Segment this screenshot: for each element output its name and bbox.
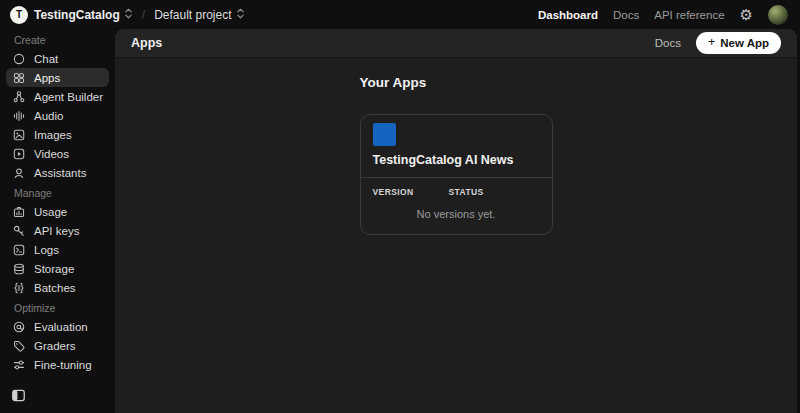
project-switcher[interactable]: Default project	[154, 6, 244, 24]
audio-icon	[12, 109, 26, 123]
assistants-icon	[12, 166, 26, 180]
sidebar-item-label: Agent Builder	[34, 91, 103, 103]
sidebar-item-label: Audio	[34, 110, 63, 122]
sidebar: CreateChatAppsAgent BuilderAudioImagesVi…	[0, 29, 115, 413]
images-icon	[12, 128, 26, 142]
topbar-right: DashboardDocsAPI reference ⚙	[538, 5, 788, 25]
topbar-left: T TestingCatalog / Default project	[10, 6, 245, 24]
sidebar-item-label: Evaluation	[34, 321, 88, 333]
app-card-top: TestingCatalog AI News	[361, 115, 552, 178]
header-actions: Docs + New App	[655, 32, 781, 54]
agent-builder-icon	[12, 90, 26, 104]
avatar[interactable]	[768, 5, 788, 25]
app-icon	[373, 123, 396, 146]
sidebar-item-label: Videos	[34, 148, 69, 160]
section-title: Your Apps	[360, 75, 553, 90]
sidebar-item-label: Images	[34, 129, 72, 141]
fine-tuning-icon	[12, 358, 26, 372]
empty-versions-message: No versions yet.	[361, 197, 552, 234]
usage-icon	[12, 205, 26, 219]
sidebar-item-label: Fine-tuning	[34, 359, 92, 371]
sidebar-item-evaluation[interactable]: Evaluation	[6, 317, 109, 336]
sidebar-item-label: Chat	[34, 53, 58, 65]
docs-link[interactable]: Docs	[655, 37, 681, 49]
plus-icon: +	[708, 36, 715, 49]
app-card-columns: VERSIONSTATUS	[361, 178, 552, 197]
app-card[interactable]: TestingCatalog AI News VERSIONSTATUS No …	[360, 114, 553, 235]
sidebar-item-assistants[interactable]: Assistants	[6, 163, 109, 182]
org-logo: T	[10, 6, 28, 24]
page-title: Apps	[131, 36, 162, 50]
breadcrumb-separator: /	[142, 8, 145, 22]
sidebar-item-agent-builder[interactable]: Agent Builder	[6, 87, 109, 106]
sidebar-item-label: Apps	[34, 72, 60, 84]
sidebar-section-optimize: Optimize	[0, 297, 115, 317]
evaluation-icon	[12, 320, 26, 334]
storage-icon	[12, 262, 26, 276]
api-keys-icon	[12, 224, 26, 238]
sidebar-item-label: Batches	[34, 282, 76, 294]
videos-icon	[12, 147, 26, 161]
sidebar-item-label: Graders	[34, 340, 76, 352]
project-name: Default project	[154, 8, 231, 22]
sidebar-item-apps[interactable]: Apps	[6, 68, 109, 87]
chat-icon	[12, 52, 26, 66]
org-switcher[interactable]: TestingCatalog	[34, 6, 133, 24]
app-card-title: TestingCatalog AI News	[373, 153, 540, 167]
sidebar-item-chat[interactable]: Chat	[6, 49, 109, 68]
chevron-up-down-icon	[236, 6, 245, 24]
chevron-up-down-icon	[124, 6, 133, 24]
column-header-version: VERSION	[373, 187, 449, 197]
sidebar-item-storage[interactable]: Storage	[6, 259, 109, 278]
sidebar-item-usage[interactable]: Usage	[6, 202, 109, 221]
nav-link-docs[interactable]: Docs	[613, 9, 639, 21]
topbar: T TestingCatalog / Default project Dashb…	[0, 0, 800, 29]
graders-icon	[12, 339, 26, 353]
column-header-status: STATUS	[449, 187, 484, 197]
sidebar-item-api-keys[interactable]: API keys	[6, 221, 109, 240]
topbar-nav: DashboardDocsAPI reference	[538, 9, 725, 21]
new-app-button[interactable]: + New App	[696, 32, 781, 54]
sidebar-item-graders[interactable]: Graders	[6, 336, 109, 355]
nav-link-api-reference[interactable]: API reference	[654, 9, 724, 21]
main-header: Apps Docs + New App	[115, 29, 797, 58]
sidebar-section-create: Create	[0, 29, 115, 49]
logs-icon	[12, 243, 26, 257]
batches-icon	[12, 281, 26, 295]
gear-icon[interactable]: ⚙	[740, 7, 753, 22]
sidebar-item-label: Usage	[34, 206, 67, 218]
org-name: TestingCatalog	[34, 8, 120, 22]
sidebar-item-batches[interactable]: Batches	[6, 278, 109, 297]
sidebar-item-audio[interactable]: Audio	[6, 106, 109, 125]
sidebar-item-label: Logs	[34, 244, 59, 256]
sidebar-item-label: API keys	[34, 225, 79, 237]
new-app-button-label: New App	[720, 37, 769, 49]
main-content: Your Apps TestingCatalog AI News VERSION…	[115, 58, 797, 235]
sidebar-collapse-icon[interactable]	[10, 387, 27, 404]
sidebar-item-images[interactable]: Images	[6, 125, 109, 144]
apps-icon	[12, 71, 26, 85]
sidebar-item-label: Assistants	[34, 167, 86, 179]
sidebar-item-label: Storage	[34, 263, 74, 275]
nav-link-dashboard[interactable]: Dashboard	[538, 9, 598, 21]
sidebar-item-fine-tuning[interactable]: Fine-tuning	[6, 355, 109, 374]
main-panel: Apps Docs + New App Your Apps TestingCat…	[115, 29, 797, 413]
sidebar-item-videos[interactable]: Videos	[6, 144, 109, 163]
sidebar-section-manage: Manage	[0, 182, 115, 202]
sidebar-item-logs[interactable]: Logs	[6, 240, 109, 259]
